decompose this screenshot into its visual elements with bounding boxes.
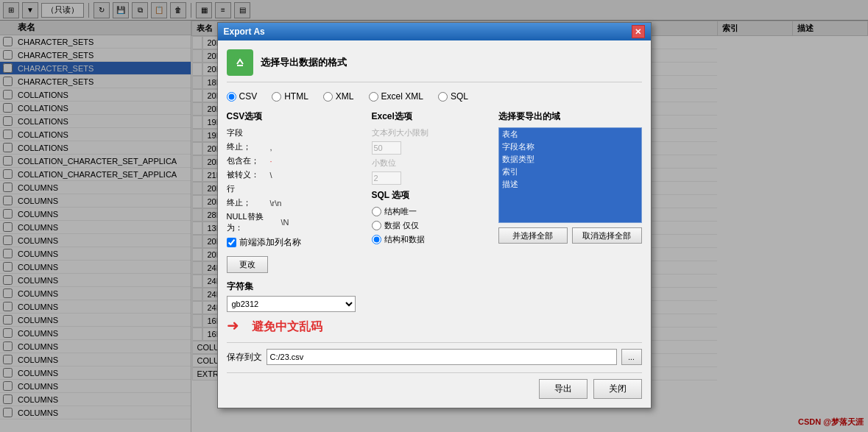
format-html[interactable]: HTML: [272, 91, 308, 102]
domain-item-datatype[interactable]: 数据类型: [499, 153, 641, 166]
max-col-row: 文本列大小限制: [372, 127, 490, 138]
save-path-input[interactable]: [267, 349, 617, 365]
charset-label: 字符集: [227, 280, 363, 293]
excel-section-title: Excel选项: [372, 110, 490, 123]
field-end-row2: 终止； ,: [227, 141, 363, 152]
domain-listbox[interactable]: 表名 字段名称 数据类型 索引 描述: [498, 127, 642, 223]
format-csv[interactable]: CSV: [227, 91, 258, 102]
select-all-button[interactable]: 并选择全部: [498, 227, 568, 244]
format-sql[interactable]: SQL: [438, 91, 468, 102]
prefix-checkbox[interactable]: [227, 238, 236, 247]
domain-item-desc[interactable]: 描述: [499, 178, 641, 191]
red-arrow-icon: ➜: [227, 317, 239, 333]
dialog-title: Export As: [224, 26, 265, 37]
row-section: 行: [227, 183, 363, 194]
format-xml[interactable]: XML: [323, 91, 354, 102]
excel-options: Excel选项 文本列大小限制 小数位: [372, 110, 490, 335]
format-header: 选择导出数据的格式: [227, 49, 642, 82]
save-row: 保存到文 ...: [227, 342, 642, 365]
domain-item-fieldname[interactable]: 字段名称: [499, 141, 641, 153]
svg-point-0: [233, 55, 247, 70]
domain-item-tablename[interactable]: 表名: [499, 128, 641, 141]
decimal-input: [372, 171, 401, 185]
csv-section-title: CSV选项: [227, 110, 363, 123]
main-window: ⊞ ▼ （只读） ↻ 💾 ⧉ 📋 🗑 ▦ ≡ ▤ 表名 CHARACTER_SE…: [0, 0, 868, 432]
export-button[interactable]: 导出: [539, 379, 588, 399]
max-col-input-row: [372, 141, 490, 155]
annotation-text: 避免中文乱码: [252, 320, 322, 333]
format-row: CSV HTML XML Excel XML SQL: [227, 91, 642, 102]
csv-options: CSV选项 字段 终止； , 包含在； · 被转: [227, 110, 363, 335]
field-end-row: 字段: [227, 127, 363, 138]
sql-section-title: SQL 选项: [372, 189, 490, 202]
prefix-label: 前端添加列名称: [239, 236, 301, 249]
domain-item-index[interactable]: 索引: [499, 166, 641, 178]
sql-section: SQL 选项 结构唯一 数据 仅仅 结构和数据: [372, 189, 490, 245]
modify-button[interactable]: 更改: [227, 256, 268, 273]
max-col-input: [372, 141, 401, 155]
sql-both-option[interactable]: 结构和数据: [372, 234, 490, 245]
dialog-footer: 导出 关闭: [227, 372, 642, 399]
dialog-close-button[interactable]: ✕: [632, 25, 645, 38]
dialog-titlebar: Export As ✕: [218, 23, 651, 40]
charset-section: 字符集 gb2312 utf8 utf16 latin1 ➜ 避免中文乱码: [227, 280, 363, 335]
format-label-text: 选择导出数据的格式: [261, 56, 347, 69]
domain-buttons: 并选择全部 取消选择全部: [498, 227, 642, 244]
decimal-row: 小数位: [372, 157, 490, 169]
decimal-input-row: [372, 171, 490, 185]
sql-unique-option[interactable]: 结构唯一: [372, 206, 490, 217]
sql-unique-radio[interactable]: [372, 207, 381, 216]
domain-section: 选择要导出的域 表名 字段名称 数据类型 索引 描述 并选择全部 取消选择全部: [498, 110, 642, 335]
format-icon: [227, 49, 253, 76]
save-label: 保存到文: [227, 351, 262, 364]
dialog-body: 选择导出数据的格式 CSV HTML XML Excel XML: [218, 40, 651, 408]
domain-section-title: 选择要导出的域: [498, 110, 642, 123]
format-excel-xml[interactable]: Excel XML: [369, 91, 423, 102]
sql-data-option[interactable]: 数据 仅仅: [372, 220, 490, 231]
export-dialog: Export As ✕ 选择导出数据的格式: [217, 22, 652, 408]
sql-both-radio[interactable]: [372, 235, 381, 244]
format-xml-radio[interactable]: [323, 92, 333, 102]
modal-overlay: Export As ✕ 选择导出数据的格式: [0, 0, 868, 432]
prefix-row: 前端添加列名称: [227, 236, 363, 249]
format-sql-radio[interactable]: [438, 92, 448, 102]
browse-button[interactable]: ...: [621, 349, 642, 365]
format-csv-radio[interactable]: [227, 92, 236, 102]
dialog-columns: CSV选项 字段 终止； , 包含在； · 被转: [227, 110, 642, 335]
include-row: 包含在； ·: [227, 155, 363, 166]
null-row: NULL替换为： \N: [227, 211, 363, 233]
format-html-radio[interactable]: [272, 92, 281, 102]
charset-select[interactable]: gb2312 utf8 utf16 latin1: [227, 296, 356, 312]
escape-row: 被转义： \: [227, 169, 363, 180]
close-button[interactable]: 关闭: [593, 379, 642, 399]
row-end-row: 终止； \r\n: [227, 197, 363, 208]
deselect-all-button[interactable]: 取消选择全部: [572, 227, 642, 244]
arrow-annotation: ➜ 避免中文乱码: [227, 316, 363, 335]
format-excel-xml-radio[interactable]: [369, 92, 378, 102]
sql-data-radio[interactable]: [372, 221, 381, 230]
